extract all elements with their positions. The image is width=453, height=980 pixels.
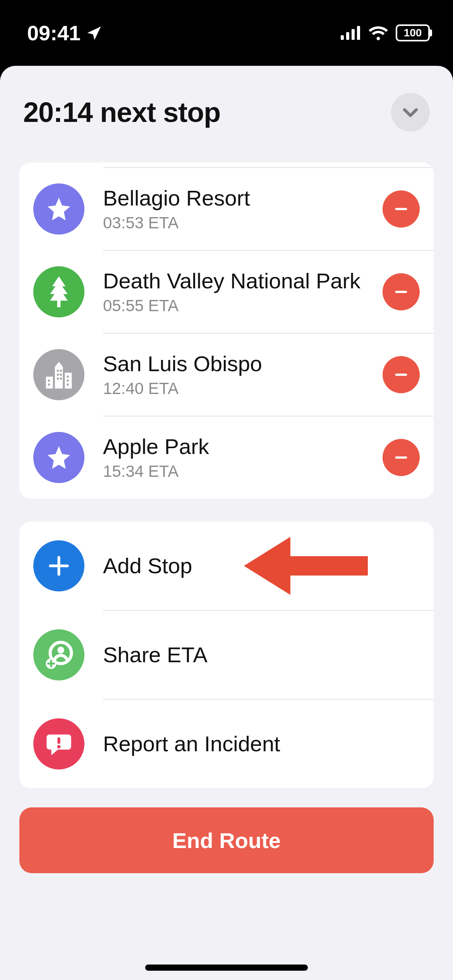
stop-eta: 15:34 ETA [103,462,375,481]
star-icon [33,432,84,483]
svg-rect-9 [57,370,59,372]
svg-rect-4 [395,208,407,210]
svg-rect-21 [395,456,407,459]
action-label: Share ETA [103,642,412,667]
stop-eta: 03:53 ETA [103,214,375,232]
status-right: 100 [341,24,430,41]
collapse-button[interactable] [391,93,430,132]
battery-level-text: 100 [404,27,422,39]
stops-list: Bellagio Resort 03:53 ETA [19,163,434,499]
minus-icon [392,200,410,218]
screen: 09:41 100 20 [0,0,453,980]
star-icon [33,183,84,235]
minus-icon [392,449,410,466]
remove-stop-button[interactable] [383,190,420,228]
share-eta-row[interactable]: Share ETA [19,611,434,699]
svg-rect-6 [46,377,53,389]
minus-icon [392,283,410,301]
svg-point-26 [57,647,64,654]
status-left: 09:41 [27,21,103,45]
svg-rect-16 [48,384,50,385]
stop-row[interactable]: Death Valley National Park 05:55 ETA [19,251,434,333]
actions-list: Add Stop [19,522,434,788]
remove-stop-button[interactable] [383,356,420,393]
status-bar: 09:41 100 [0,0,453,66]
svg-rect-13 [57,378,59,380]
stop-name: San Luis Obispo [103,351,375,376]
clock-text: 09:41 [27,21,81,45]
svg-rect-2 [352,29,355,40]
end-route-label: End Route [172,828,281,853]
stop-name: Apple Park [103,434,375,459]
minus-icon [392,366,410,384]
remove-stop-button[interactable] [383,439,420,476]
svg-rect-15 [48,380,50,382]
svg-point-31 [57,745,61,749]
svg-rect-5 [395,291,407,293]
page-title: 20:14 next stop [23,96,220,128]
svg-rect-30 [57,737,60,744]
tree-icon [33,266,84,317]
stop-row[interactable]: Bellagio Resort 03:53 ETA [19,168,434,250]
action-label: Add Stop [103,553,412,578]
remove-stop-button[interactable] [383,273,420,310]
stop-row[interactable]: Apple Park 15:34 ETA [19,416,434,499]
sheet-header: 20:14 next stop [19,66,434,163]
route-sheet: 20:14 next stop Bellagio Resort [0,66,453,980]
svg-rect-19 [67,384,69,385]
report-incident-row[interactable]: Report an Incident [19,700,434,788]
end-route-button[interactable]: End Route [19,807,434,873]
add-stop-row[interactable]: Add Stop [19,522,434,610]
svg-rect-10 [60,370,62,372]
wifi-icon [368,25,389,41]
city-icon [33,349,84,400]
svg-rect-1 [346,32,349,40]
svg-rect-11 [57,373,59,375]
svg-rect-17 [67,376,69,378]
svg-rect-12 [60,373,62,375]
plus-icon [33,540,84,591]
svg-rect-14 [60,378,62,380]
svg-rect-0 [341,35,344,40]
action-label: Report an Incident [103,732,412,756]
stop-eta: 12:40 ETA [103,379,375,398]
stop-name: Bellagio Resort [103,186,375,211]
chevron-down-icon [400,102,420,122]
stop-name: Death Valley National Park [103,269,375,293]
cellular-icon [341,26,361,40]
report-icon [33,718,84,769]
battery-icon: 100 [396,24,430,41]
svg-rect-3 [357,26,360,40]
share-eta-icon [33,629,84,680]
stop-row[interactable]: San Luis Obispo 12:40 ETA [19,334,434,416]
home-indicator [145,965,308,971]
svg-rect-18 [67,380,69,382]
svg-rect-20 [395,373,407,376]
stop-eta: 05:55 ETA [103,296,375,315]
location-icon [86,24,103,41]
